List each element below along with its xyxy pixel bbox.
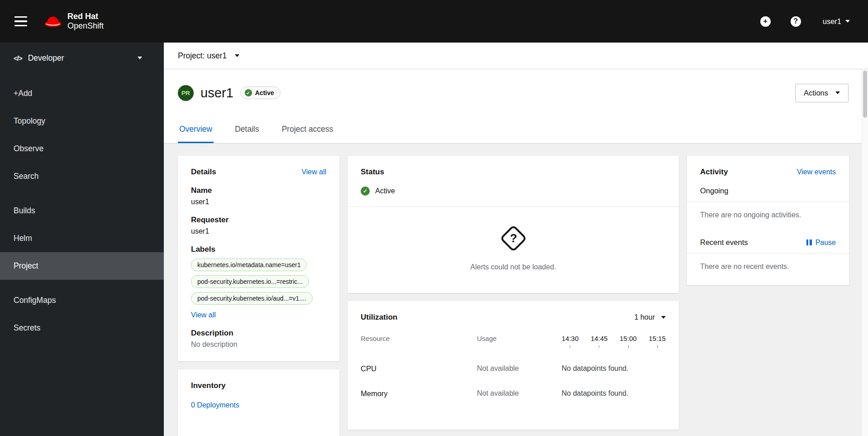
description-label: Description (191, 329, 326, 338)
sidebar-item-observe[interactable]: Observe (0, 135, 164, 163)
time-tick: 15:15 (649, 335, 666, 348)
label-pill[interactable]: pod-security.kubernetes.io...=restric... (191, 275, 309, 288)
brand-logo: Red Hat OpenShift (43, 12, 104, 31)
masthead: Red Hat OpenShift + ? user1 (0, 0, 868, 43)
label-pill[interactable]: pod-security.kubernetes.io/aud...=v1.... (191, 292, 313, 305)
resource-usage: Not available (477, 364, 562, 373)
activity-title: Activity (700, 168, 728, 177)
project-context-bar: Project: user1 (164, 43, 868, 69)
tick-mark (570, 345, 570, 348)
time-tick: 14:30 (562, 335, 579, 348)
scrollbar-thumb[interactable] (863, 71, 867, 118)
pause-label: Pause (816, 239, 836, 247)
unknown-icon-wrap: ? (498, 223, 528, 253)
status-card: Status ✓ Active ? (348, 156, 679, 293)
code-icon: </> (14, 54, 22, 62)
tick-mark (599, 345, 599, 348)
nav-list: +Add Topology Observe Search Builds Helm… (0, 73, 164, 342)
tab-project-access[interactable]: Project access (280, 116, 334, 143)
perspective-label: Developer (28, 53, 64, 63)
tick-mark (657, 345, 658, 348)
tick-mark (628, 345, 629, 348)
sidebar-item-topology[interactable]: Topology (0, 107, 164, 135)
brand-text: Red Hat OpenShift (67, 12, 104, 31)
add-icon-button[interactable]: + (760, 16, 771, 27)
requester-field: Requester user1 (191, 216, 326, 235)
tab-overview[interactable]: Overview (178, 116, 214, 143)
details-card-header: Details View all (191, 168, 326, 177)
sidebar-nav: </> Developer +Add Topology Observe Sear… (0, 43, 164, 436)
masthead-toolbar: + ? user1 (760, 16, 850, 27)
time-tick: 15:00 (620, 335, 637, 348)
project-selector-label: Project: user1 (178, 51, 227, 61)
sidebar-item-add[interactable]: +Add (0, 80, 164, 107)
hamburger-icon (14, 16, 27, 18)
utilization-card: Utilization 1 hour Resource Usage 14:30 (348, 301, 679, 430)
vertical-scrollbar[interactable] (862, 69, 868, 436)
requester-value: user1 (191, 227, 326, 235)
sidebar-item-search[interactable]: Search (0, 163, 164, 190)
project-resource-badge: PR (178, 85, 194, 101)
caret-down-icon (661, 316, 666, 319)
sidebar-item-configmaps[interactable]: ConfigMaps (0, 287, 164, 314)
right-column: Activity View events Ongoing There are n… (687, 156, 849, 285)
duration-dropdown[interactable]: 1 hour (634, 313, 666, 321)
project-selector[interactable]: Project: user1 (178, 51, 239, 61)
redhat-hat-icon (43, 14, 62, 28)
resource-column-header: Resource (361, 335, 477, 342)
label-pill[interactable]: kubernetes.io/metadata.name=user1 (191, 259, 307, 271)
labels-view-all-link[interactable]: View all (191, 311, 216, 319)
brand-line-2: OpenShift (67, 21, 104, 31)
caret-down-icon (138, 57, 142, 59)
name-field: Name user1 (191, 186, 326, 206)
tab-details[interactable]: Details (234, 116, 261, 143)
labels-label: Labels (191, 245, 326, 254)
inventory-title: Inventory (191, 381, 226, 390)
time-tick: 14:45 (591, 335, 608, 348)
caret-down-icon (235, 54, 239, 57)
status-row: ✓ Active (361, 187, 666, 196)
user-menu[interactable]: user1 (823, 17, 850, 26)
status-value: Active (375, 187, 395, 195)
resource-name: Memory (361, 389, 477, 398)
view-events-link[interactable]: View events (797, 168, 836, 176)
sidebar-item-helm[interactable]: Helm (0, 225, 164, 252)
labels-list: kubernetes.io/metadata.name=user1 pod-se… (191, 259, 326, 305)
check-circle-icon: ✓ (245, 89, 252, 96)
activity-card: Activity View events Ongoing There are n… (687, 156, 849, 285)
status-card-header: Status ✓ Active (348, 156, 679, 196)
main-area: Project: user1 PR user1 ✓ Active Actions (164, 43, 868, 436)
perspective-switcher[interactable]: </> Developer (0, 43, 164, 73)
status-badge: ✓ Active (240, 86, 281, 99)
plus-circle-icon: + (760, 16, 771, 27)
utilization-row-memory: Memory Not available No datapoints found… (361, 389, 666, 398)
pause-events-button[interactable]: Pause (806, 239, 836, 247)
body-row: </> Developer +Add Topology Observe Sear… (0, 43, 868, 436)
question-circle-icon: ? (791, 16, 801, 27)
name-label: Name (191, 186, 326, 195)
deployments-link[interactable]: 0 Deployments (191, 401, 239, 409)
openshift-console: Red Hat OpenShift + ? user1 </> Develope… (0, 0, 868, 436)
sidebar-item-project[interactable]: Project (0, 252, 164, 280)
details-title: Details (191, 168, 216, 177)
details-view-all-link[interactable]: View all (301, 168, 326, 176)
pause-icon (806, 240, 812, 245)
help-icon-button[interactable]: ? (791, 16, 801, 27)
details-card: Details View all Name user1 Requester us… (178, 156, 339, 361)
sidebar-item-builds[interactable]: Builds (0, 197, 164, 225)
overview-content: Details View all Name user1 Requester us… (164, 144, 868, 436)
ongoing-section-header: Ongoing (687, 187, 849, 195)
nav-toggle-button[interactable] (12, 14, 30, 29)
sidebar-item-secrets[interactable]: Secrets (0, 314, 164, 342)
actions-label: Actions (804, 89, 828, 97)
alerts-empty-state: ? Alerts could not be loaded. (348, 207, 679, 293)
requester-label: Requester (191, 216, 326, 225)
ongoing-label: Ongoing (700, 187, 728, 195)
recent-events-label: Recent events (700, 238, 748, 247)
status-badge-label: Active (255, 89, 274, 96)
tab-bar: Overview Details Project access (164, 116, 868, 144)
utilization-row-cpu: CPU Not available No datapoints found. (361, 364, 666, 373)
inventory-card: Inventory 0 Deployments (178, 369, 339, 436)
actions-dropdown-button[interactable]: Actions (795, 84, 849, 102)
description-value: No description (191, 340, 326, 349)
